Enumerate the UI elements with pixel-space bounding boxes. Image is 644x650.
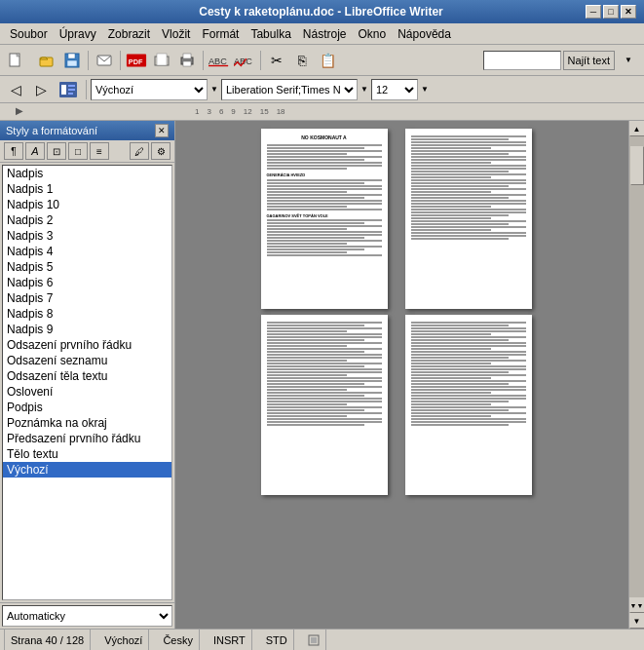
style-telo-textu[interactable]: Tělo textu [3, 446, 171, 462]
svg-rect-10 [157, 54, 167, 65]
page-style-btn[interactable]: □ [68, 142, 88, 160]
style-select-arrow[interactable]: ▼ [209, 78, 219, 101]
copy-button[interactable]: ⎘ [290, 49, 314, 72]
paragraph-style-btn[interactable]: ¶ [4, 142, 23, 160]
size-select-arrow[interactable]: ▼ [420, 78, 430, 101]
style-poznamka[interactable]: Poznámka na okraj [3, 415, 171, 431]
vertical-scrollbar[interactable]: ▲ ▼▼ ▼ [628, 121, 644, 629]
style-nadpis-4[interactable]: Nadpis 4 [3, 244, 171, 259]
back-button[interactable]: ◁ [4, 78, 27, 101]
svg-rect-21 [68, 93, 73, 95]
scroll-track[interactable] [629, 136, 644, 597]
window-controls: ─ □ ✕ [586, 5, 636, 19]
scroll-up-button[interactable]: ▲ [629, 121, 645, 136]
current-style: Výchozí [98, 630, 149, 650]
paragraph-style-select[interactable]: Výchozí [91, 79, 208, 100]
save-button[interactable] [60, 49, 84, 72]
doc-page-3 [261, 315, 388, 495]
minimize-button[interactable]: ─ [586, 5, 601, 19]
style-nadpis-9[interactable]: Nadpis 9 [3, 322, 171, 337]
menu-zobrazit[interactable]: Zobrazit [102, 25, 156, 43]
cut-button[interactable]: ✂ [265, 49, 288, 72]
style-nadpis-5[interactable]: Nadpis 5 [3, 259, 171, 275]
styles-list[interactable]: Nadpis Nadpis 1 Nadpis 10 Nadpis 2 Nadpi… [2, 165, 172, 600]
insert-mode[interactable]: INSRT [208, 630, 252, 650]
style-nadpis[interactable]: Nadpis [3, 166, 171, 181]
close-button[interactable]: ✕ [621, 5, 636, 19]
list-style-btn[interactable]: ≡ [90, 142, 109, 160]
styles-panel-close-button[interactable]: ✕ [155, 124, 169, 137]
toolbar-expand-button[interactable]: ▼ [617, 49, 640, 72]
svg-text:PDF: PDF [129, 57, 143, 65]
menu-bar: Soubor Úpravy Zobrazit Vložit Formát Tab… [0, 23, 644, 45]
style-predsazeni[interactable]: Předsazení prvního řádku [3, 431, 171, 446]
font-name-select[interactable]: Liberation Serif;Times N [221, 79, 358, 100]
style-odsazeni-telo[interactable]: Odsazení těla textu [3, 368, 171, 384]
style-nadpis-2[interactable]: Nadpis 2 [3, 212, 171, 228]
doc-modified-icon [302, 630, 326, 650]
style-vychozi[interactable]: Výchozí [3, 462, 171, 478]
font-select-arrow[interactable]: ▼ [360, 78, 369, 101]
menu-upravy[interactable]: Úpravy [54, 25, 102, 43]
scroll-down-button[interactable]: ▼▼ [629, 597, 645, 613]
new-button[interactable] [4, 49, 27, 72]
print-preview-button[interactable] [150, 49, 173, 72]
forward-button[interactable]: ▷ [29, 78, 53, 101]
style-mode-button[interactable] [55, 78, 82, 101]
title-bar-title: Cesty k raketoplánu.doc - LibreOffice Wr… [57, 5, 586, 19]
scroll-bottom-button[interactable]: ▼ [629, 613, 645, 629]
pdf-button[interactable]: PDF [125, 49, 148, 72]
scroll-thumb[interactable] [630, 146, 644, 185]
menu-nastroje[interactable]: Nástroje [297, 25, 353, 43]
menu-napoveda[interactable]: Nápověda [392, 25, 457, 43]
document-area[interactable]: NO KOSMONAUT A GENERÁCIA HVIEZD [175, 121, 628, 629]
maximize-button[interactable]: □ [603, 5, 619, 19]
print-button[interactable] [175, 49, 199, 72]
svg-rect-12 [183, 61, 191, 66]
styles-filter-select[interactable]: Automaticky [2, 605, 172, 627]
styles-panel: Styly a formátování ✕ ¶ A ⊡ □ ≡ 🖊 ⚙ Nadp… [0, 121, 175, 629]
style-nadpis-8[interactable]: Nadpis 8 [3, 306, 171, 322]
styles-panel-title: Styly a formátování [6, 125, 97, 136]
style-odsazeni-prvni[interactable]: Odsazení prvního řádku [3, 337, 171, 353]
menu-tabulka[interactable]: Tabulka [245, 25, 296, 43]
main-toolbar: PDF ABC ABC ✂ ⎘ 📋 Najít text ▼ [0, 45, 644, 76]
style-osloveni[interactable]: Oslovení [3, 384, 171, 400]
language: Česky [157, 630, 200, 650]
autospell-button[interactable]: ABC [233, 49, 256, 72]
title-bar: Cesty k raketoplánu.doc - LibreOffice Wr… [0, 0, 644, 23]
menu-format[interactable]: Formát [196, 25, 245, 43]
spellcheck-button[interactable]: ABC [208, 49, 231, 72]
main-area: Styly a formátování ✕ ¶ A ⊡ □ ≡ 🖊 ⚙ Nadp… [0, 121, 644, 629]
svg-rect-5 [67, 60, 77, 66]
style-odsazeni-seznam[interactable]: Odsazení seznamu [3, 353, 171, 368]
menu-vlozit[interactable]: Vložit [156, 25, 196, 43]
new-style-btn[interactable]: 🖊 [130, 142, 149, 160]
find-button[interactable]: Najít text [563, 51, 615, 70]
separator-3 [203, 51, 204, 70]
paste-button[interactable]: 📋 [316, 49, 339, 72]
style-nadpis-6[interactable]: Nadpis 6 [3, 275, 171, 290]
frame-style-btn[interactable]: ⊡ [47, 142, 66, 160]
email-button[interactable] [93, 49, 116, 72]
open-button[interactable] [35, 49, 58, 72]
menu-okno[interactable]: Okno [353, 25, 393, 43]
style-nadpis-1[interactable]: Nadpis 1 [3, 181, 171, 197]
char-style-btn[interactable]: A [25, 142, 45, 160]
find-input[interactable] [483, 51, 561, 70]
std-mode[interactable]: STD [260, 630, 294, 650]
svg-rect-4 [68, 54, 75, 58]
style-nadpis-10[interactable]: Nadpis 10 [3, 197, 171, 212]
separator-1 [88, 51, 89, 70]
svg-rect-23 [311, 637, 317, 643]
style-podpis[interactable]: Podpis [3, 400, 171, 415]
styles-dropdown: Automaticky [0, 602, 174, 629]
doc-page-2 [405, 129, 532, 309]
style-nadpis-7[interactable]: Nadpis 7 [3, 290, 171, 306]
style-nadpis-3[interactable]: Nadpis 3 [3, 228, 171, 244]
doc-page-1: NO KOSMONAUT A GENERÁCIA HVIEZD [261, 129, 388, 309]
font-size-select[interactable]: 12 [371, 79, 418, 100]
style-settings-btn[interactable]: ⚙ [151, 142, 170, 160]
svg-rect-20 [68, 89, 75, 91]
menu-soubor[interactable]: Soubor [4, 25, 54, 43]
